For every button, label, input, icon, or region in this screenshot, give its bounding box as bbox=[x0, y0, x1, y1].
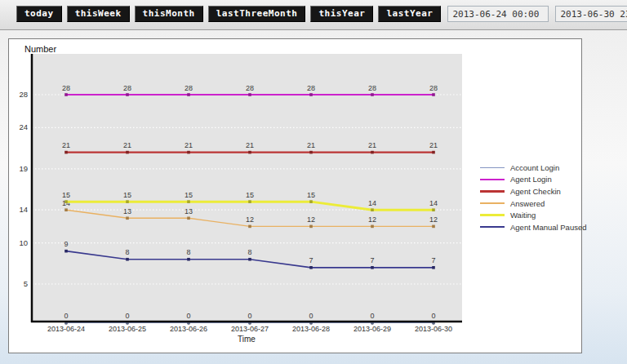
data-point bbox=[64, 93, 68, 96]
data-point bbox=[248, 93, 251, 96]
data-point bbox=[309, 151, 313, 154]
y-tick-label: 14 bbox=[19, 205, 28, 214]
data-point bbox=[371, 266, 374, 269]
x-tick-label: 2013-06-27 bbox=[231, 325, 269, 333]
data-label: 12 bbox=[429, 215, 438, 224]
x-axis-title: Time bbox=[9, 335, 484, 344]
range-button-today[interactable]: today bbox=[16, 6, 62, 22]
legend-label: Agent Manual Paused bbox=[510, 223, 586, 232]
legend-label: Answered bbox=[510, 199, 545, 208]
data-point bbox=[432, 208, 435, 211]
data-label: 14 bbox=[368, 199, 376, 207]
data-point bbox=[248, 151, 251, 154]
data-label: 7 bbox=[309, 256, 313, 264]
data-point bbox=[371, 225, 374, 229]
data-label: 28 bbox=[246, 84, 254, 92]
data-label: 21 bbox=[185, 141, 193, 149]
data-label: 12 bbox=[307, 215, 315, 224]
range-button-thisWeek[interactable]: thisWeek bbox=[67, 6, 130, 22]
data-label: 15 bbox=[307, 191, 315, 199]
data-point bbox=[187, 93, 190, 96]
data-point bbox=[371, 208, 374, 211]
chart-legend: Account LoginAgent LoginAgent CheckinAns… bbox=[480, 162, 586, 233]
data-label: 9 bbox=[64, 240, 68, 248]
data-label: 7 bbox=[370, 256, 374, 264]
data-point bbox=[64, 200, 68, 203]
data-label: 13 bbox=[123, 207, 131, 215]
chart-panel: Number 282419141052013-06-242013-06-2520… bbox=[8, 38, 582, 353]
y-tick-label: 5 bbox=[24, 279, 28, 288]
data-label: 28 bbox=[307, 84, 315, 92]
data-point bbox=[432, 151, 435, 154]
legend-item-agent-checkin: Agent Checkin bbox=[480, 185, 586, 198]
data-label: 7 bbox=[431, 256, 435, 264]
data-label: 0 bbox=[64, 312, 68, 320]
data-label: 0 bbox=[125, 312, 129, 320]
x-tick-label: 2013-06-25 bbox=[109, 325, 146, 333]
data-label: 28 bbox=[185, 84, 193, 92]
data-point bbox=[126, 151, 129, 154]
data-point bbox=[126, 217, 129, 220]
data-label: 8 bbox=[247, 248, 251, 256]
data-label: 13 bbox=[185, 207, 193, 215]
data-label: 21 bbox=[62, 141, 70, 149]
data-point bbox=[64, 208, 68, 211]
y-tick-label: 19 bbox=[19, 164, 28, 173]
legend-item-account-login: Account Login bbox=[480, 162, 586, 174]
data-point bbox=[126, 93, 129, 96]
data-point bbox=[309, 225, 313, 229]
y-tick-label: 24 bbox=[19, 122, 28, 131]
legend-swatch bbox=[480, 226, 505, 228]
range-button-thisMonth[interactable]: thisMonth bbox=[135, 6, 203, 22]
data-label: 8 bbox=[186, 248, 190, 256]
data-label: 12 bbox=[368, 215, 376, 224]
legend-swatch bbox=[480, 167, 505, 168]
legend-item-agent-login: Agent Login bbox=[480, 174, 586, 186]
data-point bbox=[309, 93, 313, 96]
data-label: 21 bbox=[429, 141, 438, 149]
range-button-lastYear[interactable]: lastYear bbox=[378, 6, 441, 22]
data-point bbox=[187, 200, 190, 203]
data-point bbox=[187, 217, 190, 220]
start-time-input[interactable] bbox=[447, 6, 549, 22]
data-point bbox=[371, 93, 374, 96]
data-label: 21 bbox=[123, 141, 131, 149]
data-label: 0 bbox=[431, 312, 435, 320]
range-button-thisYear[interactable]: thisYear bbox=[310, 6, 373, 22]
legend-swatch bbox=[480, 214, 505, 216]
x-tick-label: 2013-06-30 bbox=[415, 325, 452, 333]
data-point bbox=[187, 151, 190, 154]
legend-label: Agent Checkin bbox=[510, 187, 561, 196]
legend-label: Waiting bbox=[510, 211, 536, 220]
data-label: 28 bbox=[429, 84, 438, 92]
range-button-lastThreeMonth[interactable]: lastThreeMonth bbox=[208, 6, 306, 22]
data-point bbox=[432, 266, 435, 269]
data-label: 28 bbox=[368, 84, 376, 92]
legend-label: Account Login bbox=[510, 163, 559, 172]
data-label: 0 bbox=[370, 312, 374, 320]
page: { "toolbar": { "range_buttons": ["today"… bbox=[0, 0, 627, 364]
data-point bbox=[432, 93, 435, 96]
legend-swatch bbox=[480, 202, 505, 203]
y-tick-label: 28 bbox=[19, 90, 28, 99]
legend-swatch bbox=[480, 190, 505, 192]
data-label: 8 bbox=[125, 248, 129, 256]
data-point bbox=[432, 225, 435, 229]
data-label: 12 bbox=[246, 215, 254, 224]
data-point bbox=[248, 225, 251, 229]
data-label: 15 bbox=[123, 191, 131, 199]
data-point bbox=[248, 200, 251, 203]
end-time-input[interactable] bbox=[555, 6, 627, 22]
data-label: 14 bbox=[429, 199, 438, 207]
data-point bbox=[371, 151, 374, 154]
x-tick-label: 2013-06-29 bbox=[354, 325, 391, 333]
legend-item-waiting: Waiting bbox=[480, 209, 586, 221]
data-label: 21 bbox=[246, 141, 254, 149]
legend-item-answered: Answered bbox=[480, 198, 586, 210]
data-label: 28 bbox=[123, 84, 131, 92]
toolbar: todaythisWeekthisMonthlastThreeMonththis… bbox=[0, 0, 627, 30]
data-point bbox=[309, 200, 313, 203]
data-label: 0 bbox=[309, 312, 313, 320]
data-label: 15 bbox=[246, 191, 254, 199]
data-point bbox=[248, 258, 251, 261]
